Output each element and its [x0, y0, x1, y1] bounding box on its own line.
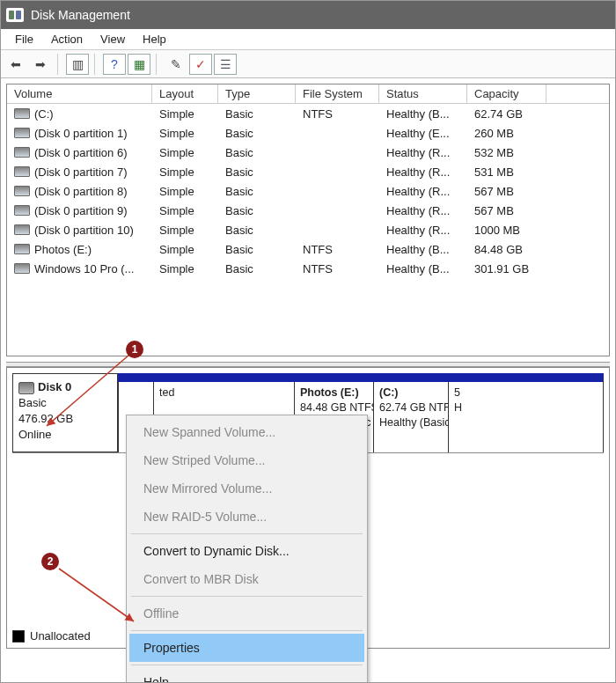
volume-capacity: 84.48 GB [467, 243, 546, 256]
menu-help[interactable]: Help [134, 31, 175, 48]
volume-icon [14, 244, 30, 254]
col-capacity[interactable]: Capacity [467, 84, 546, 103]
volume-name: (Disk 0 partition 6) [34, 146, 127, 159]
legend-unallocated: Unallocated [12, 629, 91, 643]
volume-icon [14, 108, 30, 119]
legend-unallocated-label: Unallocated [30, 629, 91, 643]
table-row[interactable]: (C:)SimpleBasicNTFSHealthy (B...62.74 GB [7, 104, 609, 123]
back-arrow-icon[interactable]: ⬅ [4, 54, 27, 75]
app-icon [6, 8, 24, 22]
disk-label-block[interactable]: Disk 0 Basic 476.92 GB Online [12, 373, 118, 452]
disk-name: Disk 0 [38, 380, 71, 393]
check-icon[interactable]: ✓ [189, 54, 212, 75]
disk-type-label: Basic [18, 395, 112, 411]
volume-icon [14, 186, 30, 196]
context-menu-item: Offline [129, 599, 364, 628]
volume-icon [14, 128, 30, 138]
toolbar: ⬅ ➡ ▥ ? ▦ ✎ ✓ ☰ [1, 50, 615, 78]
volume-status: Healthy (R... [379, 165, 467, 179]
volume-layout: Simple [152, 262, 218, 275]
col-layout[interactable]: Layout [152, 84, 218, 103]
volume-list-panel: Volume Layout Type File System Status Ca… [6, 84, 610, 356]
volume-layout: Simple [152, 204, 218, 217]
toolbar-separator [57, 54, 61, 75]
panel-icon[interactable]: ▥ [66, 54, 89, 75]
partition-block[interactable]: 5H [448, 382, 462, 452]
partition-status: Healthy (Basic [379, 415, 443, 430]
volume-layout: Simple [152, 127, 218, 140]
volume-icon [14, 205, 30, 216]
disk-size-label: 476.92 GB [18, 411, 112, 427]
volume-icon [14, 166, 30, 177]
table-row[interactable]: (Disk 0 partition 1)SimpleBasicHealthy (… [7, 123, 609, 143]
volume-type: Basic [218, 165, 296, 179]
context-menu-item: New Mirrored Volume... [129, 474, 364, 503]
volume-type: Basic [218, 262, 296, 275]
table-row[interactable]: (Disk 0 partition 10)SimpleBasicHealthy … [7, 220, 609, 239]
partition-name: (C:) [379, 386, 443, 400]
volume-fs: NTFS [296, 107, 379, 121]
volume-name: (Disk 0 partition 8) [34, 185, 127, 198]
volume-icon [14, 147, 30, 158]
volume-type: Basic [218, 107, 296, 121]
help-icon[interactable]: ? [103, 54, 126, 75]
col-type[interactable]: Type [218, 84, 296, 103]
col-status[interactable]: Status [379, 84, 467, 103]
volume-status: Healthy (R... [379, 204, 467, 217]
col-filesystem[interactable]: File System [296, 84, 379, 103]
context-menu-separator [131, 596, 363, 597]
table-row[interactable]: (Disk 0 partition 7)SimpleBasicHealthy (… [7, 162, 609, 181]
volume-status: Healthy (R... [379, 224, 467, 237]
titlebar[interactable]: Disk Management [1, 1, 615, 29]
volume-fs: NTFS [296, 262, 379, 275]
annotation-callout-2: 2 [41, 553, 59, 570]
context-menu-item[interactable]: Help [129, 668, 364, 683]
context-menu-item[interactable]: Properties [129, 634, 364, 662]
context-menu-item[interactable]: Convert to Dynamic Disk... [129, 537, 364, 565]
table-row[interactable]: (Disk 0 partition 6)SimpleBasicHealthy (… [7, 143, 609, 162]
volume-capacity: 531 MB [467, 165, 546, 179]
context-menu-item: New Striped Volume... [129, 446, 364, 474]
table-row[interactable]: Photos (E:)SimpleBasicNTFSHealthy (B...8… [7, 239, 609, 259]
disk-status-label: Online [18, 427, 112, 443]
wand-icon[interactable]: ✎ [165, 54, 187, 75]
table-row[interactable]: Windows 10 Pro (...SimpleBasicNTFSHealth… [7, 259, 609, 278]
volume-name: (Disk 0 partition 1) [34, 127, 127, 140]
volume-capacity: 301.91 GB [467, 262, 546, 275]
partition-status: H [454, 400, 457, 415]
volume-name: (Disk 0 partition 10) [34, 224, 134, 237]
forward-arrow-icon[interactable]: ➡ [29, 54, 52, 75]
volume-status: Healthy (R... [379, 146, 467, 159]
context-menu-item: Convert to MBR Disk [129, 565, 364, 593]
menu-action[interactable]: Action [42, 31, 92, 48]
volume-status: Healthy (R... [379, 185, 467, 198]
toolbar-separator [94, 54, 98, 75]
menu-file[interactable]: File [6, 31, 42, 48]
volume-rows-container: (C:)SimpleBasicNTFSHealthy (B...62.74 GB… [7, 104, 609, 356]
volume-list-header: Volume Layout Type File System Status Ca… [7, 84, 609, 104]
table-row[interactable]: (Disk 0 partition 9)SimpleBasicHealthy (… [7, 201, 609, 220]
volume-type: Basic [218, 243, 296, 256]
volume-layout: Simple [152, 185, 218, 198]
volume-status: Healthy (E... [379, 127, 467, 140]
partition-size: 5 [454, 386, 457, 400]
disk-context-menu: New Spanned Volume...New Striped Volume.… [126, 415, 368, 683]
volume-layout: Simple [152, 243, 218, 256]
volume-type: Basic [218, 127, 296, 140]
list-icon[interactable]: ☰ [214, 54, 237, 75]
context-menu-separator [131, 533, 363, 534]
table-row[interactable]: (Disk 0 partition 8)SimpleBasicHealthy (… [7, 181, 609, 201]
volume-layout: Simple [152, 165, 218, 179]
partition-name: Photos (E:) [300, 386, 368, 400]
volume-capacity: 62.74 GB [467, 107, 546, 121]
menubar: File Action View Help [1, 29, 615, 50]
col-volume[interactable]: Volume [7, 84, 152, 103]
context-menu-separator [131, 665, 363, 665]
volume-capacity: 260 MB [467, 127, 546, 140]
grid-icon[interactable]: ▦ [128, 54, 150, 75]
volume-name: Windows 10 Pro (... [34, 262, 134, 275]
volume-type: Basic [218, 185, 296, 198]
partition-block[interactable]: (C:)62.74 GB NTFHealthy (Basic [373, 382, 448, 452]
menu-view[interactable]: View [92, 31, 134, 48]
volume-name: (C:) [34, 107, 54, 121]
